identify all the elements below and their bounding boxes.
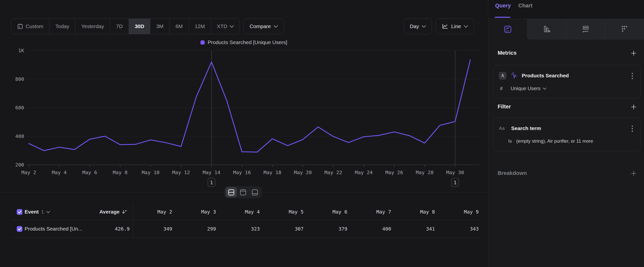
x-axis-label: May 30 (446, 169, 464, 175)
range-yesterday[interactable]: Yesterday (75, 19, 110, 34)
range-label: 7D (116, 24, 123, 29)
date-column-header[interactable]: May 9 (464, 204, 479, 220)
date-column-header[interactable]: May 7 (376, 204, 391, 220)
average-header-label: Average (100, 209, 120, 215)
date-column-header[interactable]: May 3 (201, 204, 216, 220)
date-column-header[interactable]: May 2 (158, 204, 172, 220)
range-today[interactable]: Today (50, 19, 75, 34)
date-column-value: 307 (295, 220, 304, 238)
flows-icon (581, 25, 590, 33)
chart-type-dropdown[interactable]: Line (436, 19, 474, 34)
filter-card[interactable]: Aa Search term Is (empty string), Air pu… (493, 118, 640, 151)
series-line[interactable] (29, 60, 470, 152)
y-axis-label: 400 (15, 133, 24, 139)
main-panel: CustomTodayYesterday7D30D3M6M12MXTD Comp… (0, 0, 488, 267)
x-axis-label: May 12 (172, 169, 190, 175)
check-icon (18, 228, 22, 230)
sidebar-header: Query Chart (488, 0, 644, 19)
filter-condition-row[interactable]: Is (empty string), Air purifier, or 11 m… (508, 137, 634, 146)
metric-letter-badge: A (499, 72, 506, 80)
tab-chart[interactable]: Chart (518, 3, 532, 9)
calendar-icon (17, 24, 23, 29)
chart-type-label: Line (451, 24, 461, 29)
range-label: 12M (195, 24, 205, 29)
filter-card-title-row: Aa Search term (499, 123, 626, 133)
check-icon (18, 211, 22, 213)
plus-icon (631, 50, 636, 56)
x-axis-label: May 16 (233, 169, 251, 175)
x-axis-label: May 8 (113, 169, 128, 175)
y-axis-label: 200 (15, 162, 24, 168)
range-label: XTD (217, 24, 227, 29)
range-3m[interactable]: 3M (150, 19, 170, 34)
select-all-checkbox[interactable] (17, 209, 22, 215)
analytics-app: CustomTodayYesterday7D30D3M6M12MXTD Comp… (0, 0, 644, 267)
chevron-down-icon (274, 25, 278, 28)
chevron-down-icon (464, 25, 468, 28)
layout-split-button[interactable] (226, 187, 237, 197)
x-axis-label: May 22 (324, 169, 342, 175)
filter-options-kebab-icon[interactable] (629, 124, 636, 133)
table-row[interactable]: Products Searched [Un... 426.9 349299323… (0, 220, 488, 238)
toolbar-right-group: Day Line (404, 19, 474, 34)
x-axis-label: May 28 (416, 169, 434, 175)
range-30d[interactable]: 30D (129, 19, 150, 34)
range-xtd[interactable]: XTD (211, 19, 240, 34)
sort-descending-icon (122, 209, 128, 214)
x-axis-label: May 20 (294, 169, 312, 175)
range-6m[interactable]: 6M (170, 19, 189, 34)
layout-table-only-button[interactable] (249, 187, 260, 197)
granularity-label: Day (410, 24, 419, 29)
range-custom[interactable]: Custom (11, 19, 50, 34)
layout-toggle-group (224, 186, 262, 198)
hash-icon: # (500, 86, 506, 91)
layout-chart-only-button[interactable] (238, 187, 249, 197)
row-average-value: 426.9 (115, 220, 130, 238)
x-axis-label: May 4 (52, 169, 67, 175)
metric-options-kebab-icon[interactable] (629, 72, 636, 80)
tab-flows[interactable] (566, 19, 605, 39)
row-series-label: Products Searched [Un... (24, 220, 82, 238)
add-breakdown-button[interactable] (630, 170, 637, 177)
x-axis-label: May 26 (385, 169, 403, 175)
annotation-badge-label: 1 (454, 180, 456, 185)
range-7d[interactable]: 7D (110, 19, 129, 34)
event-header-label: Event (24, 209, 38, 215)
report-type-tabs (488, 19, 644, 39)
add-filter-button[interactable] (630, 103, 637, 110)
chart-toolbar: CustomTodayYesterday7D30D3M6M12MXTD Comp… (11, 19, 474, 34)
date-column-value: 349 (163, 220, 172, 238)
retention-icon (620, 25, 629, 33)
add-metric-button[interactable] (630, 50, 637, 57)
toolbar-left-group: CustomTodayYesterday7D30D3M6M12MXTD Comp… (11, 19, 284, 34)
line-chart[interactable]: 1K80060040020011May 2May 4May 6May 8May … (0, 35, 488, 195)
range-label: 6M (176, 24, 183, 29)
tab-insights[interactable] (488, 19, 527, 39)
chevron-down-icon (543, 87, 546, 90)
range-label: 3M (156, 24, 163, 29)
granularity-dropdown[interactable]: Day (404, 19, 432, 34)
tab-query[interactable]: Query (495, 3, 511, 9)
metric-card[interactable]: A Products Searched # Unique Users (493, 65, 640, 99)
range-12m[interactable]: 12M (189, 19, 211, 34)
tab-funnels[interactable] (527, 19, 566, 39)
layout-top-icon (239, 189, 247, 196)
tab-retention[interactable] (605, 19, 644, 39)
date-column-value: 341 (426, 220, 435, 238)
chevron-down-icon (422, 25, 426, 28)
date-column-value: 323 (251, 220, 260, 238)
date-column-header[interactable]: May 4 (245, 204, 260, 220)
compare-button[interactable]: Compare (244, 19, 284, 34)
date-column-header[interactable]: May 5 (289, 204, 304, 220)
row-checkbox[interactable] (17, 226, 22, 232)
metric-card-title-row: A Products Searched (499, 71, 626, 81)
x-axis-label: May 2 (22, 169, 36, 175)
event-column-header[interactable]: Event 1 (24, 204, 50, 220)
date-column-value: 400 (382, 220, 391, 238)
date-column-header[interactable]: May 8 (420, 204, 435, 220)
compare-label: Compare (250, 24, 271, 29)
date-column-header[interactable]: May 6 (332, 204, 347, 220)
layout-split-icon (228, 189, 235, 196)
aggregation-dropdown[interactable]: Unique Users (511, 86, 546, 91)
average-column-header[interactable]: Average (100, 204, 128, 220)
